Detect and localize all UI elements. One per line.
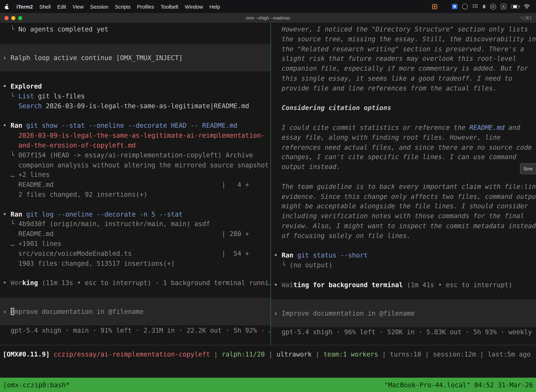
terminal-line: provide file and line references from th… — [271, 83, 536, 93]
terminal-line: this single essay, it seems like a good … — [271, 73, 536, 83]
window-title-bar[interactable]: omx --xhigh --madmax ⌥⌘1 — [0, 13, 536, 23]
wifi-icon[interactable] — [524, 4, 530, 9]
menu-item-view[interactable]: View — [73, 4, 84, 9]
terminal-line: • Working (11m 13s • esc to interrupt) ·… — [0, 278, 270, 288]
minimize-button[interactable] — [11, 16, 15, 20]
terminal-line: └ 067f154 (HEAD -> essay/ai-reimplementa… — [0, 150, 270, 160]
terminal-line: gpt-5.4 xhigh · 96% left · 520K in · 5.8… — [271, 327, 536, 337]
battery-percentage-icon[interactable]: 61 — [490, 4, 496, 9]
terminal-area: └ No agents completed yet› Ralph loop ac… — [0, 23, 536, 345]
tmux-session-window[interactable]: [omx-cczip0:bash* — [3, 381, 69, 389]
terminal-line — [0, 34, 270, 44]
screen-recording-indicator-icon[interactable] — [432, 4, 437, 9]
terminal-line: • Waiting for background terminal (1m 41… — [271, 280, 536, 290]
terminal-line: └ No agents completed yet — [0, 24, 270, 34]
menu-item-shell[interactable]: Shell — [39, 4, 51, 9]
terminal-line: The team guideline is to back every impo… — [271, 182, 536, 191]
terminal-line — [271, 93, 536, 103]
menu-item-scripts[interactable]: Scripts — [115, 4, 130, 9]
terminal-line — [0, 199, 270, 209]
menu-status-icons: 8 61 A — [432, 4, 531, 9]
terminal-line: └ 4b9d30f (origin/main, instructkr/main,… — [0, 219, 270, 229]
terminal-line: companion analysis without altering the … — [0, 160, 270, 170]
terminal-line: README.md | 280 + — [0, 229, 270, 239]
terminal-line: companion file, especially if more comme… — [271, 64, 536, 73]
terminal-line: › Ralph loop active continue [OMX_TMUX_I… — [0, 53, 270, 63]
magnet-app-icon[interactable]: 8 — [483, 4, 485, 9]
terminal-line: might be acceptable alongside the file l… — [271, 201, 536, 211]
terminal-line: evidence. Since this change only affects… — [271, 191, 536, 201]
menu-item-help[interactable]: Help — [210, 4, 220, 9]
terminal-line: Considering citation options — [271, 103, 536, 113]
menu-item-session[interactable]: Session — [90, 4, 108, 9]
prompt-input[interactable]: › Improve documentation in @filename — [0, 298, 270, 325]
screen-share-chip[interactable]: Scre — [520, 163, 536, 174]
terminal-line: • Explored — [0, 81, 270, 91]
terminal-line: README.md | 4 + — [0, 180, 270, 190]
close-button[interactable] — [5, 16, 9, 20]
terminal-line: of focusing solely on file lines. — [271, 231, 536, 241]
menu-item-toolbelt[interactable]: Toolbelt — [161, 4, 178, 9]
terminal-line: • Ran git show --stat --oneline --decora… — [0, 121, 270, 131]
omx-status-bar: [OMX#0.11.9] cczip/essay/ai-reimplementa… — [0, 345, 536, 378]
terminal-line: … +1901 lines — [0, 239, 270, 248]
terminal-line — [271, 172, 536, 182]
terminal-pane-left[interactable]: └ No agents completed yet› Ralph loop ac… — [0, 23, 270, 345]
window-shortcut-hint: ⌥⌘1 — [520, 13, 532, 23]
menu-item-profiles[interactable]: Profiles — [137, 4, 154, 9]
terminal-line: Search 2026-03-09-is-legal-the-same-as-l… — [0, 101, 270, 111]
battery-icon[interactable] — [511, 5, 519, 8]
terminal-line: review. Also, I might want to inspect th… — [271, 221, 536, 231]
dots-grid-icon[interactable] — [473, 5, 478, 9]
menu-items: iTerm2ShellEditViewSessionScriptsProfile… — [16, 4, 220, 9]
menu-item-iterm2[interactable]: iTerm2 — [16, 4, 33, 9]
apple-menu-icon[interactable] — [5, 4, 9, 9]
terminal-line — [271, 290, 536, 300]
screen: iTerm2ShellEditViewSessionScriptsProfile… — [0, 0, 536, 392]
record-stop-glyph — [434, 6, 436, 7]
terminal-line — [271, 270, 536, 280]
docker-icon[interactable] — [452, 4, 457, 9]
traffic-lights — [5, 13, 22, 23]
tmux-host-clock: "MacBook-Pro-44.local" 04:52 31-Mar-26 — [384, 381, 533, 389]
terminal-line: slight risk that future readers may over… — [271, 54, 536, 64]
terminal-line: output instead. — [271, 162, 536, 172]
terminal-line — [271, 113, 536, 123]
terminal-line: However, I noticed the "Directory Struct… — [271, 24, 536, 34]
menu-item-edit[interactable]: Edit — [57, 4, 66, 9]
terminal-line: … +2 lines — [0, 170, 270, 180]
terminal-line: › Improve documentation in @filename — [0, 307, 270, 316]
terminal-line: 2026-03-09-is-legal-the-same-as-legitima… — [0, 131, 270, 140]
menu-bar: iTerm2ShellEditViewSessionScriptsProfile… — [0, 0, 536, 13]
keyboard-input-icon[interactable]: A — [501, 4, 506, 9]
screen-share-chip-label: Scre — [523, 166, 533, 171]
terminal-line: 1903 files changed, 513517 insertions(+) — [0, 258, 270, 268]
zoom-button[interactable] — [18, 16, 22, 20]
terminal-line — [0, 111, 270, 121]
terminal-line: changes, I can't cite specific file line… — [271, 152, 536, 162]
terminal-line: including verification notes with those … — [271, 211, 536, 221]
battery-level — [513, 5, 517, 8]
terminal-line: the source tree, missing the essay. Stil… — [271, 34, 536, 44]
terminal-line — [271, 241, 536, 250]
prompt-input[interactable]: › Improve documentation in @filename — [271, 300, 536, 327]
ralph-loop-banner: › Ralph loop active continue [OMX_TMUX_I… — [0, 44, 270, 71]
terminal-pane-right[interactable]: However, I noticed the "Directory Struct… — [271, 23, 536, 345]
menu-item-window[interactable]: Window — [185, 4, 203, 9]
window-manager-icon[interactable] — [442, 4, 447, 9]
terminal-line: 2 files changed, 92 insertions(+) — [0, 190, 270, 199]
terminal-line: › Improve documentation in @filename — [271, 308, 536, 318]
terminal-line: gpt-5.4 xhigh · main · 91% left · 2.31M … — [0, 325, 270, 335]
menu-left: iTerm2ShellEditViewSessionScriptsProfile… — [5, 4, 220, 9]
terminal-line: • Ran git status --short — [271, 250, 536, 260]
window-title: omx --xhigh --madmax — [246, 15, 290, 20]
dark-app-icon[interactable] — [462, 4, 468, 9]
terminal-line — [0, 268, 270, 278]
omx-status-line: [OMX#0.11.9] cczip/essay/ai-reimplementa… — [0, 349, 536, 359]
terminal-line: the "Related research writing" section i… — [271, 44, 536, 54]
tmux-status-bar: [omx-cczip0:bash* "MacBook-Pro-44.local"… — [0, 378, 536, 392]
terminal-line: and-the-erosion-of-copyleft.md — [0, 140, 270, 150]
terminal-line — [0, 71, 270, 81]
terminal-line: I could cite commit statistics or refere… — [271, 123, 536, 132]
terminal-line: essay file, along with finding root file… — [271, 132, 536, 142]
